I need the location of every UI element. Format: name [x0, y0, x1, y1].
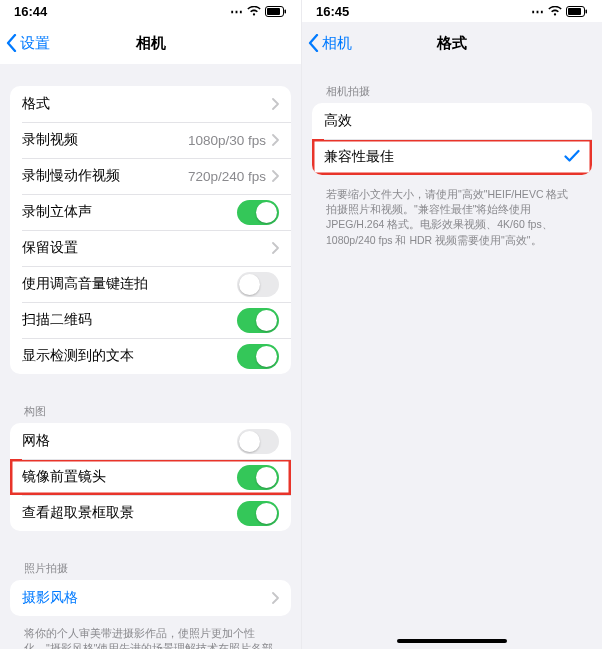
toggle-view-outside-frame[interactable] [237, 501, 279, 526]
chevron-right-icon [272, 170, 279, 182]
back-label: 相机 [322, 34, 352, 53]
page-title: 格式 [437, 34, 467, 53]
row-format[interactable]: 格式 [10, 86, 291, 122]
group-format-options: 高效 兼容性最佳 [312, 103, 592, 175]
row-preserve-settings[interactable]: 保留设置 [10, 230, 291, 266]
toggle-detect-text[interactable] [237, 344, 279, 369]
dots-icon: ⋯ [230, 4, 243, 19]
row-label: 网格 [22, 432, 50, 450]
content-scroll[interactable]: 格式 录制视频 1080p/30 fps 录制慢动作视频 720p/240 fp… [0, 64, 301, 649]
row-mirror-front[interactable]: 镜像前置镜头 [10, 459, 291, 495]
group-composition: 网格 镜像前置镜头 查看超取景框取景 [10, 423, 291, 531]
row-label: 录制慢动作视频 [22, 167, 120, 185]
status-bar: 16:45 ⋯ [302, 0, 602, 22]
wifi-icon [548, 6, 562, 16]
row-most-compatible[interactable]: 兼容性最佳 [312, 139, 592, 175]
nav-bar: 相机 格式 [302, 22, 602, 64]
footer-note-format: 若要缩小文件大小，请使用"高效"HEIF/HEVC 格式拍摄照片和视频。"兼容性… [302, 183, 602, 248]
row-record-slomo[interactable]: 录制慢动作视频 720p/240 fps [10, 158, 291, 194]
chevron-right-icon [272, 592, 279, 604]
row-photographic-styles[interactable]: 摄影风格 [10, 580, 291, 616]
row-record-video[interactable]: 录制视频 1080p/30 fps [10, 122, 291, 158]
status-icons: ⋯ [230, 4, 287, 19]
checkmark-icon [564, 147, 580, 168]
row-label: 格式 [22, 95, 50, 113]
battery-icon [566, 6, 588, 17]
toggle-volume-burst[interactable] [237, 272, 279, 297]
row-volume-burst[interactable]: 使用调高音量键连拍 [10, 266, 291, 302]
group-photo-capture: 摄影风格 [10, 580, 291, 616]
back-button[interactable]: 设置 [6, 34, 50, 53]
group-general: 格式 录制视频 1080p/30 fps 录制慢动作视频 720p/240 fp… [10, 86, 291, 374]
back-label: 设置 [20, 34, 50, 53]
status-icons: ⋯ [531, 4, 588, 19]
row-label: 高效 [324, 112, 352, 130]
row-view-outside-frame[interactable]: 查看超取景框取景 [10, 495, 291, 531]
wifi-icon [247, 6, 261, 16]
row-detect-text[interactable]: 显示检测到的文本 [10, 338, 291, 374]
format-settings-screen: 16:45 ⋯ 相机 格式 相机拍摄 高效 兼容性最佳 若要 [301, 0, 602, 649]
status-time: 16:45 [316, 4, 349, 19]
home-indicator[interactable] [397, 639, 507, 643]
status-bar: 16:44 ⋯ [0, 0, 301, 22]
toggle-scan-qr[interactable] [237, 308, 279, 333]
chevron-left-icon [6, 34, 17, 52]
row-label: 扫描二维码 [22, 311, 92, 329]
row-label: 镜像前置镜头 [22, 468, 106, 486]
row-label: 显示检测到的文本 [22, 347, 134, 365]
camera-settings-screen: 16:44 ⋯ 设置 相机 格式 录制视频 1080p/30 fps 录制慢动作… [0, 0, 301, 649]
svg-rect-4 [568, 8, 581, 15]
chevron-left-icon [308, 34, 319, 52]
dots-icon: ⋯ [531, 4, 544, 19]
row-label: 保留设置 [22, 239, 78, 257]
row-scan-qr[interactable]: 扫描二维码 [10, 302, 291, 338]
row-label: 使用调高音量键连拍 [22, 275, 148, 293]
section-header-camera-capture: 相机拍摄 [302, 78, 602, 103]
svg-rect-1 [267, 8, 280, 15]
svg-rect-5 [586, 9, 588, 13]
row-label: 录制立体声 [22, 203, 92, 221]
battery-icon [265, 6, 287, 17]
back-button[interactable]: 相机 [308, 34, 352, 53]
nav-bar: 设置 相机 [0, 22, 301, 64]
page-title: 相机 [136, 34, 166, 53]
toggle-grid[interactable] [237, 429, 279, 454]
row-label: 查看超取景框取景 [22, 504, 134, 522]
chevron-right-icon [272, 98, 279, 110]
row-label: 摄影风格 [22, 589, 78, 607]
row-label: 录制视频 [22, 131, 78, 149]
chevron-right-icon [272, 134, 279, 146]
row-high-efficiency[interactable]: 高效 [312, 103, 592, 139]
row-label: 兼容性最佳 [324, 148, 394, 166]
svg-rect-2 [285, 9, 287, 13]
row-value-text: 720p/240 fps [188, 169, 266, 184]
status-time: 16:44 [14, 4, 47, 19]
chevron-right-icon [272, 242, 279, 254]
toggle-stereo[interactable] [237, 200, 279, 225]
content-scroll[interactable]: 相机拍摄 高效 兼容性最佳 若要缩小文件大小，请使用"高效"HEIF/HEVC … [302, 64, 602, 649]
row-grid[interactable]: 网格 [10, 423, 291, 459]
row-value-text: 1080p/30 fps [188, 133, 266, 148]
section-header-composition: 构图 [0, 398, 301, 423]
footer-note-styles: 将你的个人审美带进摄影作品，使照片更加个性化。"摄影风格"使用先进的场景理解技术… [0, 622, 301, 649]
row-stereo[interactable]: 录制立体声 [10, 194, 291, 230]
section-header-photo-capture: 照片拍摄 [0, 555, 301, 580]
toggle-mirror-front[interactable] [237, 465, 279, 490]
